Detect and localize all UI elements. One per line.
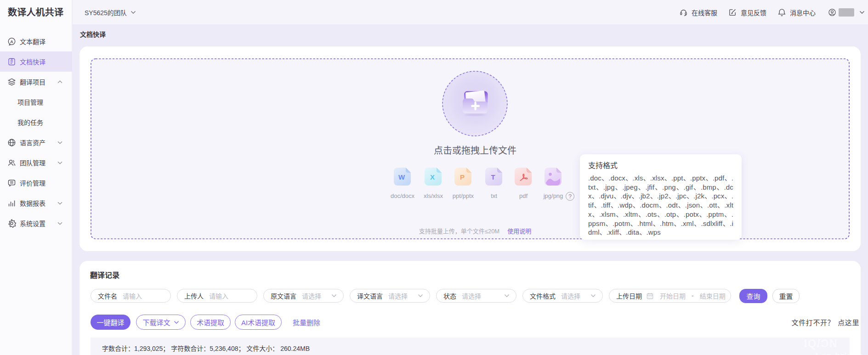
svg-text:T: T <box>491 173 495 181</box>
svg-text:A: A <box>10 39 13 44</box>
svg-text:X: X <box>430 173 435 181</box>
svg-text:W: W <box>398 173 405 181</box>
svg-text:P: P <box>460 173 465 181</box>
